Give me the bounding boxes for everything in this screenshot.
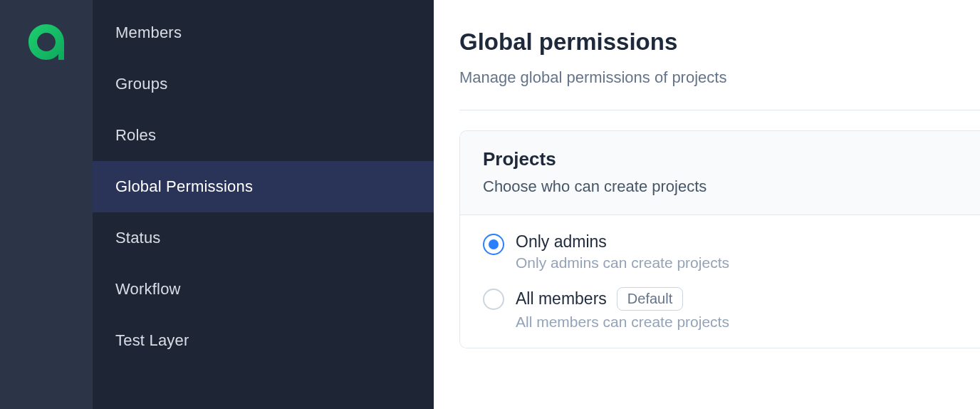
default-badge: Default: [617, 287, 683, 311]
card-title: Projects: [483, 148, 957, 170]
sidebar-item-members[interactable]: Members: [93, 7, 434, 58]
sidebar-item-workflow[interactable]: Workflow: [93, 264, 434, 315]
sidebar: Members Groups Roles Global Permissions …: [93, 0, 434, 409]
radio-text: Only admins Only admins can create proje…: [516, 232, 957, 271]
projects-card: Projects Choose who can create projects …: [459, 130, 980, 348]
sidebar-item-global-permissions[interactable]: Global Permissions: [93, 161, 434, 212]
radio-label: All members: [516, 289, 607, 309]
radio-label: Only admins: [516, 232, 607, 252]
card-subtitle: Choose who can create projects: [483, 177, 957, 196]
page-title: Global permissions: [459, 29, 980, 56]
sidebar-item-status[interactable]: Status: [93, 212, 434, 264]
radio-label-row: Only admins: [516, 232, 957, 252]
card-header: Projects Choose who can create projects: [460, 131, 980, 215]
sidebar-item-roles[interactable]: Roles: [93, 110, 434, 161]
icon-rail: [0, 0, 93, 409]
radio-input[interactable]: [483, 289, 504, 310]
radio-description: Only admins can create projects: [516, 254, 957, 271]
sidebar-item-test-layer[interactable]: Test Layer: [93, 315, 434, 366]
page-subtitle: Manage global permissions of projects: [459, 68, 980, 87]
radio-input[interactable]: [483, 234, 504, 255]
radio-option-all-members[interactable]: All members Default All members can crea…: [483, 287, 957, 331]
sidebar-item-groups[interactable]: Groups: [93, 58, 434, 110]
radio-description: All members can create projects: [516, 314, 957, 331]
radio-text: All members Default All members can crea…: [516, 287, 957, 331]
radio-label-row: All members Default: [516, 287, 957, 311]
divider: [459, 110, 980, 110]
card-body: Only admins Only admins can create proje…: [460, 215, 980, 348]
app-logo-icon[interactable]: [26, 21, 67, 63]
main-content: Global permissions Manage global permiss…: [434, 0, 980, 409]
radio-option-only-admins[interactable]: Only admins Only admins can create proje…: [483, 232, 957, 271]
